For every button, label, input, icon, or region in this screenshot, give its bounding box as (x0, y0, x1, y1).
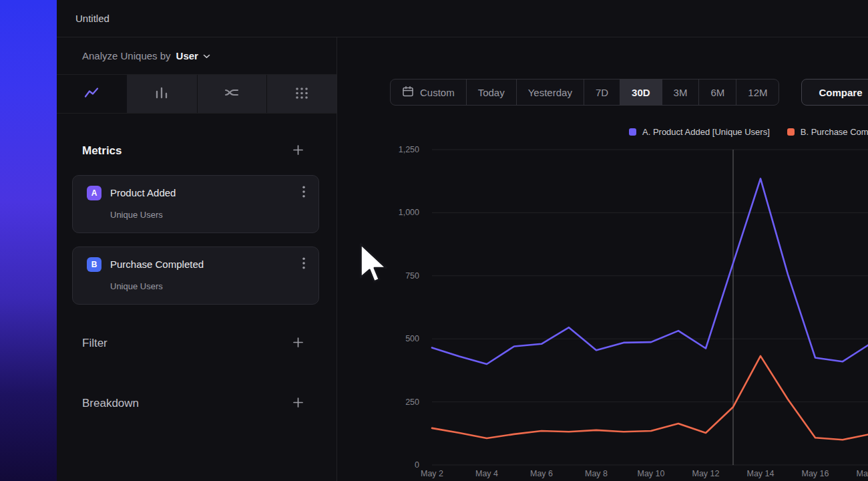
chevron-down-icon (203, 51, 210, 61)
top-bar: Untitled (57, 0, 868, 37)
plus-icon (293, 397, 303, 410)
metric-card-b[interactable]: B Purchase Completed Unique Users (72, 247, 319, 305)
tab-grid[interactable] (266, 75, 337, 113)
svg-text:May 2: May 2 (421, 469, 443, 478)
svg-text:1,000: 1,000 (399, 208, 419, 217)
app-window: Untitled Analyze Uniques by User (0, 0, 868, 481)
metric-name: Product Added (110, 187, 176, 198)
svg-text:May 18: May 18 (857, 469, 868, 478)
line-chart[interactable]: 02505007501,0001,250May 2May 4May 6May 8… (337, 37, 868, 481)
tab-flow[interactable] (197, 75, 267, 113)
svg-text:May 12: May 12 (692, 469, 720, 478)
metric-measurement[interactable]: Unique Users (110, 281, 309, 291)
analyze-by-value: User (176, 50, 198, 61)
flow-icon (224, 85, 240, 103)
analyze-row: Analyze Uniques by User (57, 37, 337, 75)
kebab-icon (302, 261, 305, 271)
analytics-app: Untitled Analyze Uniques by User (57, 0, 868, 481)
svg-text:May 14: May 14 (747, 469, 775, 478)
breakdown-section-header: Breakdown (57, 393, 337, 414)
metrics-section-header: Metrics (57, 140, 337, 162)
report-title[interactable]: Untitled (75, 13, 110, 24)
line-chart-icon (83, 85, 99, 103)
svg-text:250: 250 (405, 397, 419, 407)
analyze-label: Analyze Uniques by (82, 50, 171, 61)
svg-text:750: 750 (405, 271, 419, 281)
svg-text:May 8: May 8 (585, 469, 608, 478)
filter-section-header: Filter (57, 333, 337, 354)
svg-text:May 6: May 6 (530, 469, 553, 478)
svg-text:May 4: May 4 (475, 469, 498, 478)
add-breakdown-button[interactable] (290, 395, 306, 412)
metric-badge-b: B (87, 257, 101, 272)
filter-title: Filter (82, 337, 107, 350)
query-panel: Analyze Uniques by User (57, 37, 337, 481)
chart-type-tabbar (57, 75, 337, 114)
metric-menu-button[interactable] (298, 256, 309, 273)
svg-text:500: 500 (405, 334, 419, 343)
add-filter-button[interactable] (290, 335, 306, 351)
breakdown-title: Breakdown (82, 397, 139, 410)
metric-name: Purchase Completed (110, 259, 204, 270)
tab-line-chart[interactable] (57, 75, 127, 113)
plus-icon (293, 337, 303, 349)
svg-text:May 16: May 16 (802, 469, 829, 478)
grid-dots-icon (294, 85, 310, 103)
metrics-title: Metrics (82, 144, 122, 158)
svg-text:0: 0 (415, 460, 419, 470)
svg-text:May 10: May 10 (638, 469, 665, 478)
add-metric-button[interactable] (290, 143, 306, 159)
metric-badge-a: A (87, 186, 101, 200)
analyze-by-dropdown[interactable]: User (176, 50, 210, 61)
kebab-icon (302, 190, 305, 200)
background-gradient (0, 0, 57, 481)
tab-bar-chart[interactable] (127, 75, 197, 113)
chart-panel: Custom Today Yesterday 7D 30D 3M 6M 12M … (337, 37, 868, 481)
bar-chart-icon (154, 85, 170, 103)
plus-icon (293, 145, 303, 157)
metric-card-a[interactable]: A Product Added Unique Users (72, 175, 319, 233)
svg-text:1,250: 1,250 (399, 145, 419, 154)
metric-measurement[interactable]: Unique Users (110, 210, 309, 220)
metric-menu-button[interactable] (298, 184, 309, 201)
